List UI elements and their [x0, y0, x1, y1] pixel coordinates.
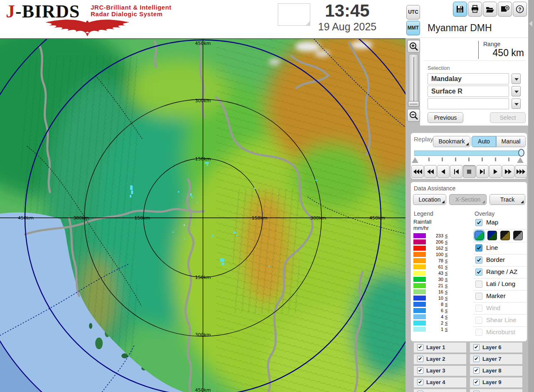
overlay-item-microburst: Microburst: [473, 326, 527, 338]
auto-button[interactable]: Auto: [472, 136, 496, 147]
svg-text:150km: 150km: [252, 215, 267, 221]
site-select-dropdown-button[interactable]: [512, 74, 521, 84]
legend-entry: 61≤: [413, 264, 472, 270]
utc-button[interactable]: UTC: [406, 5, 420, 20]
forward-fastest-button[interactable]: [515, 165, 527, 178]
layer-7-toggle[interactable]: Layer 7: [470, 354, 522, 364]
overlay-item-lati-long[interactable]: Lati / Long: [473, 278, 527, 290]
site-select[interactable]: Mandalay: [428, 73, 509, 84]
export-image-button[interactable]: [498, 2, 512, 17]
replay-slider-thumb[interactable]: [518, 149, 524, 157]
zoom-out-button[interactable]: [407, 109, 420, 122]
layer-9-toggle[interactable]: Layer 9: [470, 377, 522, 387]
range-az-checkbox[interactable]: [475, 269, 482, 276]
map-style-swatch-3[interactable]: [500, 231, 510, 240]
rewind-fastest-button[interactable]: [411, 165, 424, 178]
stop-button[interactable]: [463, 165, 475, 178]
range-box: Range 450 km: [423, 39, 526, 61]
replay-start-marker[interactable]: [412, 157, 418, 163]
legend-title: Rainfall: [413, 219, 472, 225]
track-button[interactable]: Track: [490, 194, 525, 205]
layer-8-toggle[interactable]: Layer 8: [470, 366, 522, 376]
manual-button[interactable]: Manual: [496, 136, 526, 147]
play-reverse-button[interactable]: [437, 165, 450, 178]
extra-select-dropdown-button[interactable]: [512, 99, 521, 109]
line-checkbox[interactable]: [475, 244, 482, 251]
map-checkbox[interactable]: [475, 219, 482, 226]
eagle-logo-icon: [4, 17, 171, 37]
step-back-button[interactable]: [450, 165, 462, 178]
legend-entry: 16≤: [413, 289, 472, 295]
layer-2-toggle[interactable]: Layer 2: [414, 354, 466, 364]
legend-entry: 206≤: [413, 239, 472, 245]
corner-handle-icon: [466, 143, 469, 145]
border-checkbox[interactable]: [475, 256, 482, 264]
legend-label: Legend: [414, 210, 433, 217]
previous-button[interactable]: Previous: [428, 112, 463, 123]
layer-1-toggle[interactable]: Layer 1: [414, 343, 466, 353]
corner-handle-icon: [482, 200, 485, 203]
svg-text:150km: 150km: [134, 215, 150, 221]
zoom-slider-track[interactable]: [409, 54, 418, 105]
radar-map-canvas: 450km 300km 150km 150km 300km 450km 450k…: [0, 39, 405, 392]
select-button[interactable]: Select: [490, 112, 526, 123]
chevron-down-icon: [514, 91, 519, 93]
layers-grid: Layer 1 Layer 6 Layer 2 Layer 7 Layer 3 …: [410, 342, 527, 392]
replay-slider-track[interactable]: [414, 150, 524, 156]
save-button[interactable]: [453, 2, 467, 17]
layer-3-toggle[interactable]: Layer 3: [414, 366, 466, 376]
open-folder-button[interactable]: [483, 2, 497, 17]
replay-label: Replay: [414, 136, 433, 143]
lati-long-checkbox[interactable]: [475, 281, 482, 288]
zoom-in-button[interactable]: [407, 40, 420, 53]
print-button[interactable]: [468, 2, 482, 17]
replay-end-marker[interactable]: [517, 157, 524, 163]
extra-select[interactable]: [428, 98, 509, 109]
map-style-row: [473, 229, 527, 242]
chevron-down-icon: [514, 78, 519, 81]
overlay-item-line[interactable]: Line: [473, 242, 527, 254]
wind-checkbox: [475, 305, 482, 312]
overlay-item-marker[interactable]: Marker: [473, 290, 527, 302]
forward-fast-button[interactable]: [502, 165, 514, 178]
location-button[interactable]: Location: [413, 194, 446, 205]
overlay-label: Overlay: [475, 210, 494, 217]
bookmark-button[interactable]: Bookmark: [433, 136, 470, 147]
map-style-swatch-2[interactable]: [487, 231, 497, 240]
help-button[interactable]: ?: [513, 2, 527, 17]
shear-line-checkbox: [475, 317, 482, 324]
x-section-button[interactable]: X-Section: [449, 194, 487, 205]
panel-edge-strip: [528, 0, 534, 392]
rewind-fast-button[interactable]: [424, 165, 437, 178]
product-select[interactable]: Surface R: [428, 86, 509, 97]
map-style-swatch-4[interactable]: [513, 231, 523, 240]
svg-text:450km: 450km: [18, 215, 34, 221]
open-folder-icon: [485, 5, 494, 14]
legend-entry: 30≤: [413, 276, 472, 283]
clock-time: 13:45: [312, 1, 383, 21]
station-name: Myanmar DMH: [428, 22, 492, 34]
layer-toggle-partial[interactable]: [414, 389, 466, 392]
layer-4-toggle[interactable]: Layer 4: [414, 377, 466, 387]
step-forward-button[interactable]: [476, 165, 489, 178]
mmt-button[interactable]: MMT: [406, 21, 420, 35]
clock-date: 19 Aug 2025: [306, 21, 389, 33]
collapse-panel-arrow-icon[interactable]: [529, 21, 532, 27]
zoom-slider-thumb[interactable]: [408, 101, 419, 107]
microburst-checkbox: [475, 329, 482, 336]
overlay-item-range-az[interactable]: Range / AZ: [473, 266, 527, 278]
marker-checkbox[interactable]: [475, 293, 482, 300]
range-label: Range: [483, 41, 500, 47]
zoom-out-icon: [409, 111, 419, 121]
product-select-dropdown-button[interactable]: [512, 86, 521, 96]
layer-6-toggle[interactable]: Layer 6: [470, 343, 522, 353]
legend-entry: 162≤: [413, 245, 472, 251]
map-style-swatch-1[interactable]: [475, 231, 484, 240]
layer-toggle-partial[interactable]: [470, 389, 522, 392]
legend-unit: mm/hr: [413, 225, 472, 231]
overlay-item-border[interactable]: Border: [473, 254, 527, 266]
play-button[interactable]: [489, 165, 502, 178]
radar-map[interactable]: 450km 300km 150km 150km 300km 450km 450k…: [0, 38, 405, 392]
chevron-down-icon: [514, 103, 519, 106]
overlay-item-map[interactable]: Map: [473, 217, 527, 229]
